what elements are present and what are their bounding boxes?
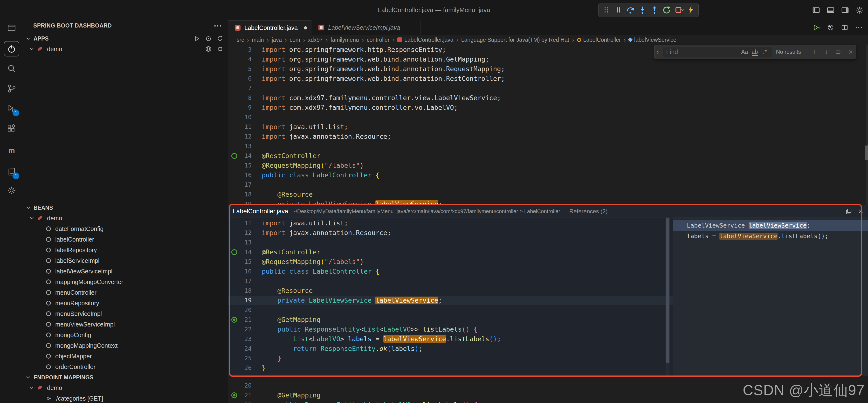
endpoints-section-header[interactable]: ENDPOINT MAPPINGS [23,372,228,382]
run-all-button[interactable] [193,35,200,42]
debug-toolbar-drag-handle[interactable] [601,4,612,16]
code-line-12[interactable]: 12import javax.annotation.Resource; [228,132,868,142]
code-line-11[interactable]: 11import java.util.List; [228,122,868,132]
breadcrumb-item[interactable]: src [237,37,244,43]
editor-scrollbar[interactable] [866,45,868,205]
code-line-12[interactable]: 12import javax.annotation.Resource; [228,228,673,238]
code-line-24[interactable]: 24 return ResponseEntity.ok(labels); [228,344,673,353]
activity-item-settings-tools[interactable] [4,183,19,198]
stop-button[interactable] [673,4,684,16]
bean-item[interactable]: menuServiceImpl [23,308,228,319]
bean-item[interactable]: labelRepository [23,245,228,255]
apps-section-header[interactable]: APPS [23,34,228,44]
code-line-8[interactable]: 8import com.xdx97.familymenu.controller.… [228,93,868,103]
code-line-17[interactable]: 17 [228,276,673,286]
restart-button[interactable] [661,4,672,16]
split-editor-button[interactable] [841,24,848,31]
code-line-9[interactable]: 9import com.xdx97.familymenu.controller.… [228,103,868,113]
activity-item-source-control[interactable] [4,81,19,96]
breadcrumb-item[interactable]: controller [367,37,390,43]
code-line-13[interactable]: 13 [228,238,673,247]
code-line-18[interactable]: 18 @Resource [228,190,868,199]
code-line-14[interactable]: 14@RestController [228,247,673,257]
more-actions-button[interactable]: ⋯ [214,24,222,27]
activity-item-extensions[interactable] [4,121,19,136]
code-line-15[interactable]: 15@RequestMapping("/labels") [228,161,868,170]
activity-item-spring-boot-dashboard[interactable] [4,41,19,57]
endpoint-mapping-gutter-icon[interactable] [231,317,237,323]
breadcrumb-item[interactable]: java [272,37,282,43]
hot-code-replace-button[interactable] [685,4,696,16]
code-line-26[interactable]: 26} [228,363,673,373]
tab-labelcontroller[interactable]: LabelController.java [228,20,311,35]
bean-item[interactable]: labelServiceImpl [23,255,228,266]
breadcrumb-item[interactable]: familymenu [331,37,359,43]
match-case-button[interactable]: Aa [739,49,749,55]
code-line-22[interactable]: 22 public ResponseEntity<List<LabelVO>> … [228,324,673,334]
activity-item-references[interactable]: 1 [4,164,19,179]
spring-bean-gutter-icon[interactable] [231,153,237,159]
code-line-22[interactable]: 22 public ResponseEntity<List<LabelVO>> … [228,400,868,403]
bean-item[interactable]: labelViewServiceImpl [23,266,228,277]
code-line-20[interactable]: 20 [228,305,673,315]
bean-item[interactable]: menuController [23,287,228,298]
code-line-21[interactable]: 21 @GetMapping [228,315,673,324]
bean-item[interactable]: mappingMongoConverter [23,277,228,287]
bean-item[interactable]: orderController [23,362,228,372]
step-over-button[interactable] [625,4,636,16]
breadcrumb-item[interactable]: main [252,37,264,43]
breadcrumb-item[interactable]: com [290,37,300,43]
bean-item[interactable]: labelController [23,234,228,245]
code-line-6[interactable]: 6import org.springframework.web.bind.ann… [228,74,868,84]
find-next-button[interactable]: ↓ [822,47,832,57]
editor-more-actions-button[interactable]: ⋯ [855,26,863,29]
code-line-25[interactable]: 25 } [228,353,673,363]
find-previous-button[interactable]: ↑ [809,47,819,57]
endpoint-item[interactable]: /categories [GET] [23,393,228,403]
modified-dot-icon[interactable] [304,26,307,29]
reference-item[interactable]: LabelViewService labelViewService; [673,220,868,231]
breadcrumb-item[interactable]: LabelController.java [397,37,453,43]
toggle-panel-button[interactable] [827,6,835,14]
step-into-button[interactable] [637,4,648,16]
peek-close-button[interactable]: × [858,207,863,216]
endpoint-mapping-gutter-icon[interactable] [231,392,237,398]
refresh-button[interactable] [217,35,223,42]
code-line-13[interactable]: 13 [228,142,868,151]
pause-button[interactable] [613,4,624,16]
whole-word-button[interactable]: ab [749,49,760,55]
debug-all-button[interactable] [205,35,212,42]
code-line-19[interactable]: 19 private LabelViewService labelViewSer… [228,296,673,305]
bean-item[interactable]: mongoMappingContext [23,340,228,351]
settings-gear-button[interactable] [856,6,864,14]
peek-open-in-editor-button[interactable] [845,208,852,215]
code-line-17[interactable]: 17 [228,180,868,190]
breadcrumb-item[interactable]: labelViewService [629,37,677,43]
beans-group-demo[interactable]: demo [23,213,228,223]
beans-section-header[interactable]: BEANS [23,203,228,213]
code-line-18[interactable]: 18 @Resource [228,286,673,296]
tab-labelviewserviceimpl[interactable]: LabelViewServiceImpl.java [312,20,421,35]
code-line-10[interactable]: 10 [228,113,868,122]
open-in-browser-button[interactable] [205,45,212,52]
breadcrumb-item[interactable]: xdx97 [308,37,323,43]
activity-item-run-and-debug[interactable]: 1 [4,101,19,116]
endpoints-group-demo[interactable]: demo [23,382,228,393]
peek-scrollbar-thumb[interactable] [665,218,670,363]
app-item-demo[interactable]: demo [23,44,228,54]
find-in-selection-button[interactable] [834,47,844,57]
code-line-23[interactable]: 23 List<LabelVO> labels = labelViewServi… [228,334,673,344]
code-line-16[interactable]: 16public class LabelController { [228,170,868,180]
breadcrumb-item[interactable]: LabelController [577,37,621,43]
stop-app-button[interactable] [217,46,223,52]
run-java-button[interactable] [812,24,820,31]
spring-bean-gutter-icon[interactable] [231,249,237,255]
activity-item-search[interactable] [4,61,19,76]
bean-item[interactable]: objectMapper [23,351,228,362]
activity-item-mongodb[interactable]: m [4,143,19,158]
code-line-15[interactable]: 15@RequestMapping("/labels") [228,257,673,267]
find-close-button[interactable]: × [845,47,856,57]
scrollbar-thumb[interactable] [865,146,868,160]
toggle-replace-button[interactable]: › [654,45,661,59]
code-line-5[interactable]: 5import org.springframework.web.bind.ann… [228,64,868,74]
